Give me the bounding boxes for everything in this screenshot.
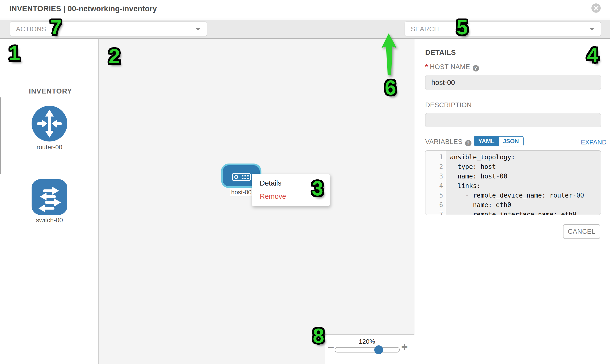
cancel-button[interactable]: CANCEL bbox=[563, 224, 600, 239]
description-input[interactable] bbox=[425, 113, 601, 127]
close-icon[interactable] bbox=[591, 3, 601, 13]
inventory-sidebar: INVENTORY router-00 bbox=[0, 39, 99, 364]
zoom-percentage: 120% bbox=[325, 338, 409, 345]
line-number: 1 bbox=[426, 153, 446, 162]
header: INVENTORIES | 00-networking-inventory bbox=[0, 0, 610, 19]
host-name-label-row: *HOST NAME? bbox=[425, 63, 479, 71]
palette-item-router[interactable] bbox=[0, 105, 99, 143]
editor-code-area: 1ansible_topology: 2 type: host 3 name: … bbox=[426, 151, 601, 215]
details-panel: DETAILS *HOST NAME? DESCRIPTION VARIABLE… bbox=[415, 39, 610, 364]
toolbar: ACTIONS SEARCH bbox=[0, 20, 610, 39]
annotation-6: 6 bbox=[381, 76, 400, 99]
line-number: 6 bbox=[426, 200, 446, 210]
palette-label-switch: switch-00 bbox=[0, 216, 99, 224]
line-text: name: eth0 bbox=[446, 200, 511, 210]
host-name-label: HOST NAME bbox=[430, 63, 470, 70]
toggle-yaml[interactable]: YAML bbox=[474, 137, 499, 146]
variables-code-editor[interactable]: 1ansible_topology: 2 type: host 3 name: … bbox=[425, 150, 601, 215]
search-dropdown-label: SEARCH bbox=[411, 26, 439, 33]
sidebar-title: INVENTORY bbox=[29, 87, 72, 95]
code-line: 2 type: host bbox=[426, 162, 601, 172]
caret-down-icon bbox=[195, 28, 200, 31]
details-title: DETAILS bbox=[425, 49, 456, 57]
line-text: ansible_topology: bbox=[446, 153, 515, 162]
line-text: remote_interface_name: eth0 bbox=[446, 210, 576, 215]
required-marker: * bbox=[425, 63, 428, 70]
line-number: 4 bbox=[426, 181, 446, 191]
variables-label: VARIABLES bbox=[425, 138, 463, 145]
host-name-input[interactable] bbox=[425, 75, 601, 90]
line-text: name: host-00 bbox=[446, 172, 507, 181]
palette-label-router: router-00 bbox=[0, 143, 99, 151]
code-line: 6 name: eth0 bbox=[426, 200, 601, 210]
zoom-in-button[interactable]: + bbox=[401, 341, 408, 352]
caret-down-icon bbox=[589, 28, 594, 31]
code-line: 7 remote_interface_name: eth0 bbox=[426, 210, 601, 215]
code-line: 1ansible_topology: bbox=[426, 153, 601, 162]
help-icon[interactable]: ? bbox=[465, 140, 471, 146]
code-line: 5 - remote_device_name: router-00 bbox=[426, 191, 601, 200]
annotation-2: 2 bbox=[104, 45, 124, 68]
variables-format-toggle: YAML JSON bbox=[474, 136, 524, 146]
palette-item-switch[interactable] bbox=[0, 179, 99, 216]
code-line: 3 name: host-00 bbox=[426, 172, 601, 181]
close-x-glyph bbox=[594, 6, 598, 11]
annotation-4: 4 bbox=[583, 44, 602, 67]
line-number: 5 bbox=[426, 191, 446, 200]
annotation-7: 7 bbox=[46, 16, 65, 39]
annotation-arrow-up-icon bbox=[379, 32, 399, 76]
toggle-json[interactable]: JSON bbox=[499, 137, 523, 146]
description-label: DESCRIPTION bbox=[425, 101, 472, 109]
line-number: 2 bbox=[426, 162, 446, 172]
search-dropdown[interactable]: SEARCH bbox=[405, 22, 601, 36]
router-icon bbox=[31, 105, 68, 142]
code-line: 4 links: bbox=[426, 181, 601, 191]
line-number: 7 bbox=[426, 210, 446, 215]
line-number: 3 bbox=[426, 172, 446, 181]
zoom-out-button[interactable]: − bbox=[328, 342, 334, 352]
annotation-8: 8 bbox=[309, 324, 328, 347]
help-icon[interactable]: ? bbox=[473, 65, 479, 71]
actions-dropdown-label: ACTIONS bbox=[16, 26, 46, 33]
host-icon bbox=[232, 173, 251, 181]
annotation-1: 1 bbox=[5, 42, 24, 65]
host-node-label: host-00 bbox=[230, 188, 252, 196]
line-text: type: host bbox=[446, 162, 496, 172]
line-text: links: bbox=[446, 181, 480, 191]
switch-icon bbox=[31, 179, 68, 215]
zoom-control: 120% − + bbox=[325, 334, 415, 364]
line-text: - remote_device_name: router-00 bbox=[446, 191, 584, 200]
page-title: INVENTORIES | 00-networking-inventory bbox=[9, 4, 157, 13]
variables-label-row: VARIABLES? bbox=[425, 138, 471, 146]
annotation-3: 3 bbox=[308, 177, 327, 200]
zoom-slider-track[interactable] bbox=[335, 347, 400, 352]
zoom-slider-handle[interactable] bbox=[374, 345, 383, 354]
actions-dropdown[interactable]: ACTIONS bbox=[10, 22, 207, 36]
annotation-5: 5 bbox=[452, 16, 472, 39]
inventory-topology-screen: INVENTORIES | 00-networking-inventory AC… bbox=[0, 0, 610, 364]
expand-link[interactable]: EXPAND bbox=[581, 139, 607, 146]
